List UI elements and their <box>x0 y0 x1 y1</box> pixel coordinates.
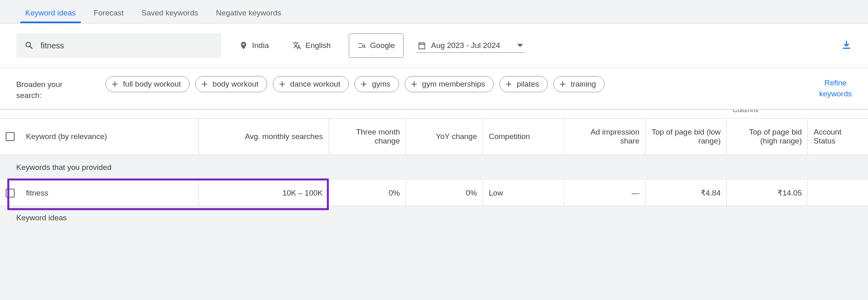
col-yoy[interactable]: YoY change <box>406 119 483 154</box>
search-value: fitness <box>41 41 64 50</box>
broaden-chip-training[interactable]: training <box>553 76 605 92</box>
col-ad-impression[interactable]: Ad impression share <box>564 119 646 154</box>
refine-keywords-link[interactable]: Refinekeywords <box>819 76 852 99</box>
cell-yoy: 0% <box>406 180 483 206</box>
section-ideas-label: Keyword ideas <box>0 206 868 224</box>
col-bid-high[interactable]: Top of page bid (high range) <box>727 119 808 154</box>
plus-icon <box>201 80 209 88</box>
cell-account <box>808 180 868 206</box>
plus-icon <box>111 80 119 88</box>
plus-icon <box>559 80 567 88</box>
plus-icon <box>278 80 286 88</box>
broaden-chip-gyms[interactable]: gyms <box>354 76 399 92</box>
svg-line-1 <box>364 47 365 48</box>
calendar-icon <box>417 41 426 50</box>
col-keyword[interactable]: Keyword (by relevance) <box>20 119 199 154</box>
tab-negative-keywords[interactable]: Negative keywords <box>207 4 290 23</box>
search-settings-icon <box>357 41 366 50</box>
date-range-filter[interactable]: Aug 2023 - Jul 2024 <box>416 39 525 53</box>
cell-bid-high: ₹14.05 <box>727 180 808 206</box>
cell-bid-low: ₹4.84 <box>646 180 727 206</box>
search-row: fitness India English Google Aug 2023 - … <box>0 24 868 68</box>
table-row: fitness 10K – 100K 0% 0% Low — ₹4.84 ₹14… <box>0 180 868 206</box>
col-competition[interactable]: Competition <box>483 119 564 154</box>
location-pin-icon <box>239 41 248 50</box>
table-header: Keyword (by relevance) Avg. monthly sear… <box>0 118 868 155</box>
cell-competition: Low <box>483 180 564 206</box>
tab-keyword-ideas[interactable]: Keyword ideas <box>16 4 85 23</box>
language-value: English <box>305 41 330 50</box>
cell-keyword: fitness <box>20 180 199 206</box>
broaden-chip-dance-workout[interactable]: dance workout <box>273 76 349 92</box>
plus-icon <box>410 80 418 88</box>
broaden-chip-body-workout[interactable]: body workout <box>195 76 267 92</box>
date-range-value: Aug 2023 - Jul 2024 <box>431 41 500 50</box>
broaden-chip-full-body-workout[interactable]: full body workout <box>106 76 190 92</box>
broaden-chips: full body workout body workout dance wor… <box>106 76 803 92</box>
location-filter[interactable]: India <box>233 38 274 53</box>
location-value: India <box>252 41 269 50</box>
tabs-bar: Keyword ideas Forecast Saved keywords Ne… <box>0 0 868 24</box>
select-all-checkbox[interactable] <box>6 132 15 141</box>
columns-hint: Columns <box>0 109 868 118</box>
cell-avg: 10K – 100K <box>199 180 329 206</box>
language-filter[interactable]: English <box>287 38 336 53</box>
col-three-month[interactable]: Three month change <box>329 119 406 154</box>
col-avg-searches[interactable]: Avg. monthly searches <box>199 119 329 154</box>
download-button[interactable] <box>841 39 852 52</box>
tab-saved-keywords[interactable]: Saved keywords <box>133 4 207 23</box>
search-icon <box>24 41 34 50</box>
translate-icon <box>292 41 301 50</box>
broaden-chip-gym-memberships[interactable]: gym memberships <box>405 76 494 92</box>
chevron-down-icon <box>517 44 523 47</box>
tab-forecast[interactable]: Forecast <box>85 4 133 23</box>
broaden-label: Broaden your search: <box>16 76 89 101</box>
cell-ad-impression: — <box>564 180 646 206</box>
col-bid-low[interactable]: Top of page bid (low range) <box>646 119 727 154</box>
broaden-row: Broaden your search: full body workout b… <box>0 68 868 109</box>
network-filter[interactable]: Google <box>349 33 404 58</box>
plus-icon <box>505 80 513 88</box>
search-input[interactable]: fitness <box>16 33 221 58</box>
network-value: Google <box>370 41 395 50</box>
download-icon <box>841 39 852 50</box>
col-account-status[interactable]: Account Status <box>808 119 868 154</box>
row-checkbox[interactable] <box>6 189 15 198</box>
broaden-chip-pilates[interactable]: pilates <box>499 76 548 92</box>
cell-three-month: 0% <box>329 180 406 206</box>
plus-icon <box>360 80 368 88</box>
section-provided-label: Keywords that you provided <box>0 155 868 180</box>
